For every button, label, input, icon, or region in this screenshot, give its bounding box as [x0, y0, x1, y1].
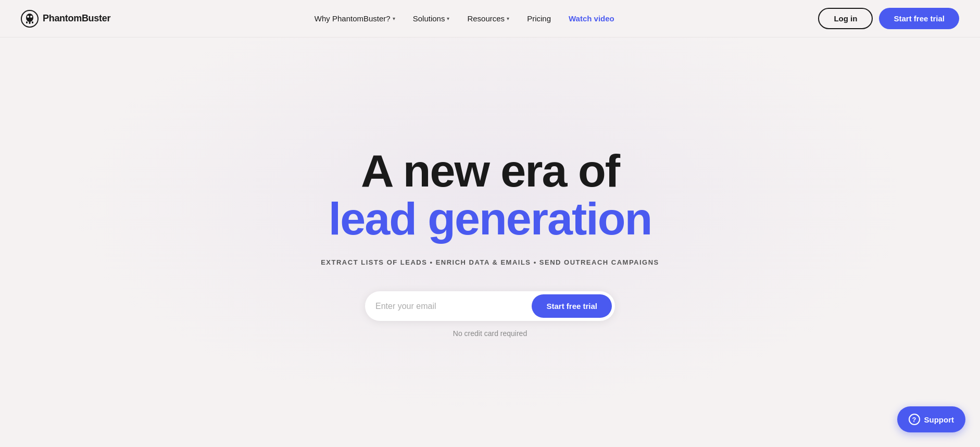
nav-item-watch-video[interactable]: Watch video: [561, 10, 622, 27]
nav-item-pricing[interactable]: Pricing: [520, 10, 558, 27]
nav-item-why[interactable]: Why PhantomBuster? ▾: [307, 10, 403, 27]
svg-rect-6: [32, 21, 33, 23]
chevron-down-icon: ▾: [447, 16, 449, 21]
phantombuster-logo-icon: [21, 10, 39, 28]
nav-item-resources[interactable]: Resources ▾: [460, 10, 517, 27]
svg-point-3: [30, 16, 32, 18]
start-trial-hero-button[interactable]: Start free trial: [532, 294, 612, 318]
navbar-actions: Log in Start free trial: [818, 8, 959, 29]
email-input[interactable]: [375, 297, 532, 315]
svg-point-1: [26, 14, 33, 22]
chevron-down-icon: ▾: [507, 16, 509, 21]
hero-email-form: Start free trial: [365, 291, 615, 321]
navbar: PhantomBuster Why PhantomBuster? ▾ Solut…: [0, 0, 980, 38]
hero-title-line1: A new era of: [361, 147, 619, 195]
hero-section: A new era of lead generation Extract lis…: [0, 38, 980, 447]
brand-name: PhantomBuster: [43, 13, 110, 24]
start-trial-nav-button[interactable]: Start free trial: [879, 8, 959, 29]
svg-rect-4: [26, 21, 28, 23]
navbar-brand: PhantomBuster: [21, 10, 110, 28]
hero-title-line2: lead generation: [329, 195, 651, 243]
support-icon: ?: [909, 414, 920, 425]
chevron-down-icon: ▾: [393, 16, 395, 21]
no-credit-card-text: No credit card required: [453, 329, 527, 338]
nav-item-solutions[interactable]: Solutions ▾: [406, 10, 457, 27]
svg-rect-5: [29, 21, 31, 24]
support-button[interactable]: ? Support: [897, 406, 966, 432]
navbar-nav: Why PhantomBuster? ▾ Solutions ▾ Resourc…: [307, 10, 622, 27]
hero-subtitle: Extract lists of leads • Enrich data & e…: [321, 258, 659, 266]
login-button[interactable]: Log in: [818, 8, 873, 29]
svg-point-2: [27, 16, 29, 18]
